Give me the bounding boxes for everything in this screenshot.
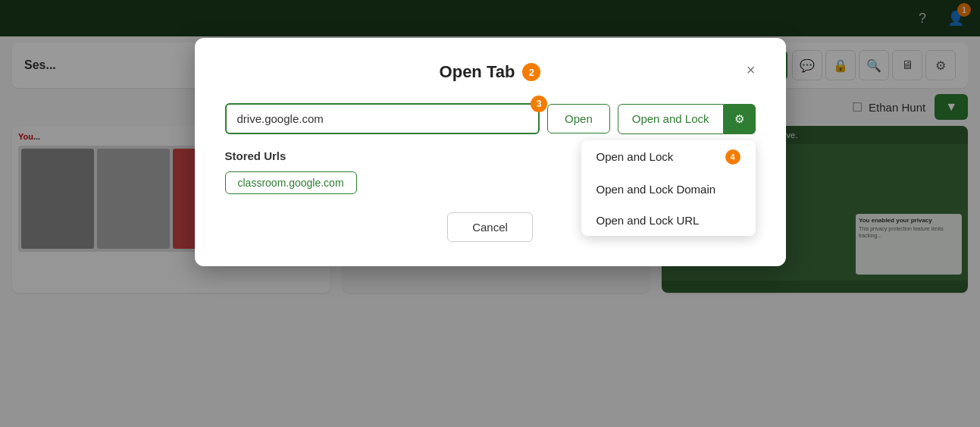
modal-close-button[interactable]: ×: [747, 62, 756, 77]
dropdown-item-badge-0: 4: [725, 149, 740, 165]
settings-gear-icon: ⚙: [734, 112, 744, 125]
open-tab-modal: Open Tab 2 × 3 Open Open and Lock ⚙ Open…: [195, 38, 786, 266]
open-lock-settings-button[interactable]: ⚙: [724, 104, 756, 134]
open-and-lock-button[interactable]: Open and Lock: [618, 104, 724, 134]
dropdown-item-1[interactable]: Open and Lock Domain: [581, 174, 756, 205]
url-input[interactable]: [225, 103, 540, 134]
modal-title-badge: 2: [522, 63, 540, 81]
open-button[interactable]: Open: [547, 104, 610, 133]
dropdown-item-0[interactable]: Open and Lock 4: [581, 140, 756, 174]
url-input-wrapper: 3: [225, 103, 540, 134]
open-lock-btn-group: Open and Lock ⚙ Open and Lock 4 Open and…: [618, 104, 756, 134]
url-input-row: 3 Open Open and Lock ⚙ Open and Lock 4 O…: [225, 103, 756, 134]
open-lock-dropdown: Open and Lock 4 Open and Lock Domain Ope…: [581, 140, 756, 236]
modal-title: Open Tab: [440, 62, 515, 82]
url-input-badge: 3: [531, 96, 547, 112]
dropdown-item-label-2: Open and Lock URL: [596, 214, 700, 227]
modal-header: Open Tab 2 ×: [225, 62, 756, 82]
modal-overlay: Open Tab 2 × 3 Open Open and Lock ⚙ Open…: [0, 0, 980, 427]
dropdown-item-2[interactable]: Open and Lock URL: [581, 205, 756, 236]
stored-url-chip-0[interactable]: classroom.google.com: [225, 171, 357, 194]
dropdown-item-label-0: Open and Lock: [596, 150, 674, 163]
cancel-button[interactable]: Cancel: [447, 212, 533, 242]
dropdown-item-label-1: Open and Lock Domain: [596, 183, 716, 196]
